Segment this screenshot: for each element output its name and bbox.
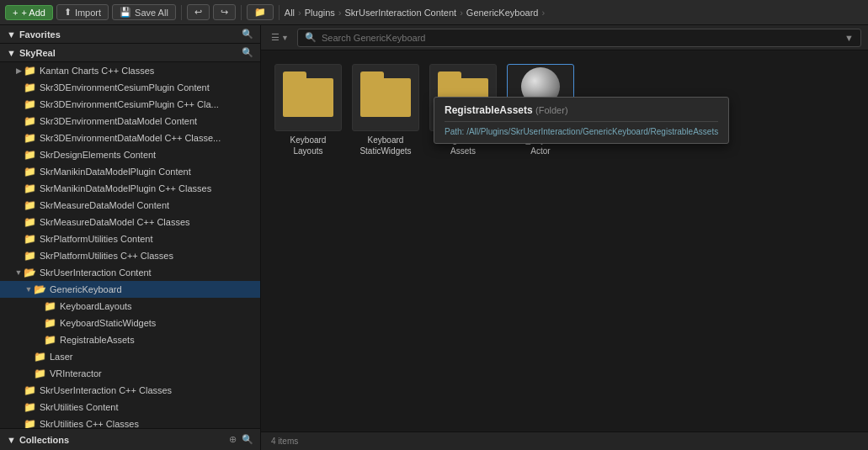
sidebar-tree: ▶ 📁 Kantan Charts C++ Classes 📁 Skr3DEnv…	[0, 62, 260, 428]
content-toolbar: ☰ ▼ 🔍 ▼	[261, 25, 868, 50]
arrow-icon: ▼	[7, 29, 16, 40]
folder-icon: 📁	[24, 115, 36, 127]
sep2: ›	[338, 8, 342, 18]
asset-item-keyboard-static-widgets[interactable]: KeyboardStaticWidgets	[352, 64, 419, 156]
asset-label-keyboard-static-widgets: KeyboardStaticWidgets	[359, 135, 411, 156]
plus-icon: +	[13, 8, 18, 18]
sidebar-item-manikin-content[interactable]: 📁 SkrManikinDataModelPlugin Content	[0, 163, 260, 180]
item-label: KeyboardLayouts	[60, 301, 132, 311]
sidebar-item-skruser-cpp[interactable]: 📁 SkrUserInteraction C++ Classes	[0, 382, 260, 399]
sidebar-item-registrable-assets[interactable]: 📁 RegistrableAssets	[0, 331, 260, 348]
skyreal-label: SkyReal	[19, 48, 56, 58]
item-label: SkrPlatformUtilities Content	[40, 234, 153, 244]
item-label: SkrUtilities Content	[40, 402, 119, 412]
save-all-label: Save All	[135, 8, 168, 18]
save-all-button[interactable]: 💾 Save All	[112, 4, 176, 20]
item-label: SkrUserInteraction C++ Classes	[40, 385, 172, 395]
import-label: Import	[75, 8, 101, 18]
tooltip-type: (Folder)	[535, 105, 568, 115]
sidebar-item-skruser-content[interactable]: ▼ 📂 SkrUserInteraction Content	[0, 264, 260, 281]
item-label: SkrManikinDataModelPlugin C++ Classes	[40, 183, 211, 193]
skyreal-search-icon[interactable]: 🔍	[242, 47, 253, 58]
sidebar-item-kantan[interactable]: ▶ 📁 Kantan Charts C++ Classes	[0, 62, 260, 79]
sidebar-favorites-header: ▼ Favorites 🔍	[0, 25, 260, 44]
sidebar-item-keyboard-static-widgets[interactable]: 📁 KeyboardStaticWidgets	[0, 315, 260, 331]
collections-title: ▼ Collections	[7, 435, 69, 445]
sidebar-item-platform-content[interactable]: 📁 SkrPlatformUtilities Content	[0, 230, 260, 247]
item-label: SkrUtilities C++ Classes	[40, 419, 139, 428]
sep3: ›	[460, 8, 463, 18]
folder-icon: 📁	[44, 317, 56, 329]
folder-icon: 📁	[24, 65, 36, 77]
item-label: SkrMeasureDataModel Content	[40, 200, 169, 210]
breadcrumb-skr-user[interactable]: SkrUserInteraction Content	[344, 8, 456, 18]
asset-grid: KeyboardLayouts KeyboardStaticWidgets Re…	[261, 50, 868, 431]
add-label: + Add	[21, 8, 45, 18]
sidebar-item-s3d-cesium-content[interactable]: 📁 Skr3DEnvironmentCesiumPlugin Content	[0, 79, 260, 96]
sidebar-item-s3d-datamodel-cpp[interactable]: 📁 Skr3DEnvironmentDataModel C++ Classe..…	[0, 130, 260, 146]
tooltip-path: Path: /All/Plugins/SkrUserInteraction/Ge…	[445, 127, 718, 136]
folder-icon: 📁	[24, 401, 36, 413]
folder-button[interactable]: 📁	[247, 4, 274, 20]
folder-icon: 📁	[24, 82, 36, 93]
search-input[interactable]	[322, 33, 844, 43]
skyreal-arrow-icon: ▼	[7, 48, 16, 58]
folder-icon: 📂	[34, 283, 46, 295]
redo-button[interactable]: ↪	[213, 4, 236, 20]
breadcrumb-plugins[interactable]: Plugins	[305, 8, 335, 18]
sidebar-item-s3d-datamodel-content[interactable]: 📁 Skr3DEnvironmentDataModel Content	[0, 113, 260, 130]
sidebar-item-s3d-cesium-cpp[interactable]: 📁 Skr3DEnvironmentCesiumPlugin C++ Cla..…	[0, 96, 260, 113]
asset-item-keyboard-layouts[interactable]: KeyboardLayouts	[274, 64, 342, 156]
sidebar-item-platform-cpp[interactable]: 📁 SkrPlatformUtilities C++ Classes	[0, 247, 260, 264]
sidebar-item-skrutilities-cpp[interactable]: 📁 SkrUtilities C++ Classes	[0, 416, 260, 428]
item-label: KeyboardStaticWidgets	[60, 318, 156, 328]
items-count: 4 items	[271, 437, 298, 446]
item-label: SkrPlatformUtilities C++ Classes	[40, 251, 173, 261]
search-dropdown-arrow[interactable]: ▼	[844, 33, 854, 43]
item-label: Skr3DEnvironmentCesiumPlugin C++ Cla...	[40, 99, 219, 109]
item-label: SkrDesignElements Content	[40, 150, 156, 160]
filter-button[interactable]: ☰ ▼	[268, 30, 292, 45]
sidebar: ▼ Favorites 🔍 ▼ SkyReal 🔍 ▶ 📁 Kantan Cha…	[0, 25, 261, 450]
sidebar-item-manikin-cpp[interactable]: 📁 SkrManikinDataModelPlugin C++ Classes	[0, 180, 260, 197]
separator2	[241, 5, 242, 20]
folder-icon: 📁	[24, 149, 36, 161]
separator3	[279, 5, 280, 20]
folder-icon: 📁	[24, 216, 36, 228]
sidebar-item-measure-content[interactable]: 📁 SkrMeasureDataModel Content	[0, 197, 260, 214]
status-bar: 4 items	[261, 431, 868, 450]
sidebar-item-skrutilities-content[interactable]: 📁 SkrUtilities Content	[0, 399, 260, 416]
save-icon: 💾	[120, 7, 131, 18]
sidebar-item-measure-cpp[interactable]: 📁 SkrMeasureDataModel C++ Classes	[0, 214, 260, 230]
breadcrumb-generic-kb[interactable]: GenericKeyboard	[466, 8, 539, 18]
add-collection-icon[interactable]: ⊕	[229, 434, 237, 445]
folder-icon: 📁	[24, 183, 36, 194]
breadcrumb-all[interactable]: All	[285, 8, 295, 18]
import-button[interactable]: ⬆ Import	[56, 4, 109, 20]
search-collection-icon[interactable]: 🔍	[242, 434, 253, 445]
sidebar-item-generic-keyboard[interactable]: ▼ 📂 GenericKeyboard	[0, 281, 260, 298]
folder-icon: 📁	[44, 334, 56, 346]
sidebar-item-design-elements[interactable]: 📁 SkrDesignElements Content	[0, 146, 260, 163]
filter-arrow: ▼	[281, 34, 289, 42]
main-content: ▼ Favorites 🔍 ▼ SkyReal 🔍 ▶ 📁 Kantan Cha…	[0, 25, 868, 450]
folder-icon: 📁	[24, 199, 36, 211]
add-button[interactable]: + + Add	[5, 5, 53, 20]
separator	[181, 5, 182, 20]
sidebar-item-vrinteractor[interactable]: 📁 VRInteractor	[0, 365, 260, 382]
collections-arrow: ▼	[7, 435, 16, 445]
item-label: SkrMeasureDataModel C++ Classes	[40, 217, 190, 227]
item-label: VRInteractor	[50, 368, 102, 379]
favorites-search-icon[interactable]: 🔍	[242, 29, 253, 40]
item-label: Kantan Charts C++ Classes	[40, 66, 154, 76]
import-icon: ⬆	[64, 7, 72, 18]
sidebar-item-laser[interactable]: 📁 Laser	[0, 348, 260, 365]
favorites-title: ▼ Favorites	[7, 29, 61, 40]
sidebar-skyreal-header: ▼ SkyReal 🔍	[0, 44, 260, 62]
tooltip-title-text: RegistrableAssets	[445, 104, 533, 116]
collections-label: Collections	[19, 435, 69, 445]
sidebar-item-keyboard-layouts[interactable]: 📁 KeyboardLayouts	[0, 298, 260, 315]
undo-button[interactable]: ↩	[187, 4, 210, 20]
item-label: Skr3DEnvironmentCesiumPlugin Content	[40, 82, 210, 93]
sep4: ›	[541, 8, 545, 18]
